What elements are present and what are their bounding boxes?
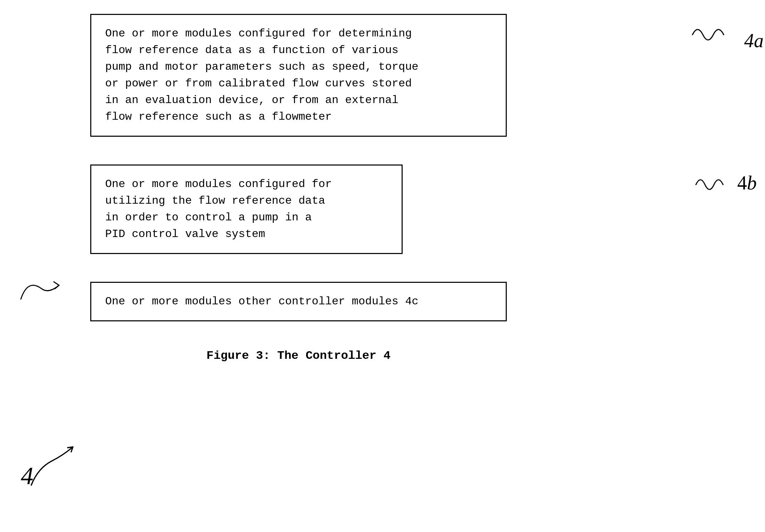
arrow-squiggle-annotation xyxy=(14,271,69,308)
bottom-left-annotation: 4 xyxy=(21,440,83,490)
module-box-4b: One or more modules configured for utili… xyxy=(90,164,403,254)
label-4a: 4a xyxy=(691,21,764,52)
box-4b-container: One or more modules configured for utili… xyxy=(90,164,680,254)
figure-caption-container: Figure 3: The Controller 4 xyxy=(90,342,507,362)
module-box-4c: One or more modules other controller mod… xyxy=(90,282,507,321)
box-4a-container: One or more modules configured for deter… xyxy=(90,14,680,137)
label-4b: 4b xyxy=(694,171,757,194)
content-area: One or more modules configured for deter… xyxy=(90,14,680,362)
box-4c-container: One or more modules other controller mod… xyxy=(90,282,680,321)
module-box-4a: One or more modules configured for deter… xyxy=(90,14,507,137)
arrow-squiggle-svg xyxy=(14,271,69,306)
label-4-bottom: 4 xyxy=(21,462,33,490)
box-4c-text: One or more modules other controller mod… xyxy=(105,293,492,310)
figure-caption: Figure 3: The Controller 4 xyxy=(142,349,455,362)
label-4b-text: 4b xyxy=(737,172,757,194)
label-4a-text: 4a xyxy=(744,30,764,51)
box-4b-text: One or more modules configured for utili… xyxy=(105,176,388,243)
squiggle-4b-svg xyxy=(694,171,736,194)
squiggle-4a-svg xyxy=(691,21,739,45)
box-4a-text: One or more modules configured for deter… xyxy=(105,25,492,125)
page: One or more modules configured for deter… xyxy=(0,0,765,532)
